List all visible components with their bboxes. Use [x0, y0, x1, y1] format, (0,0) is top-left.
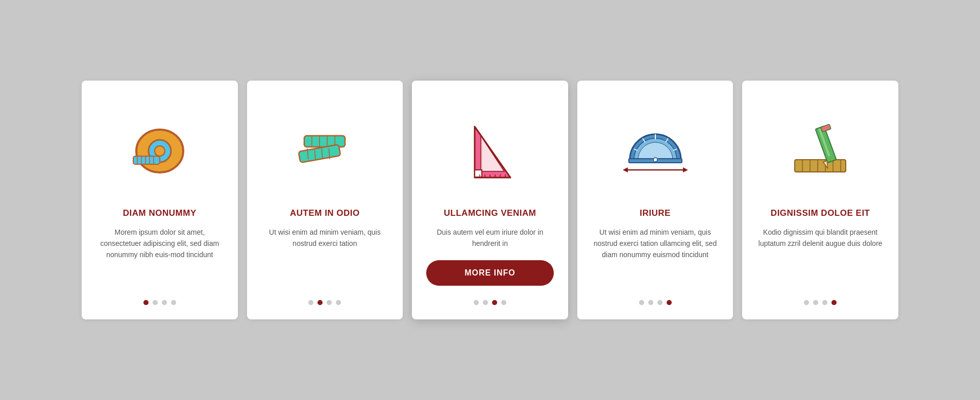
card-3-title: ULLAMCING VENIAM [444, 208, 536, 218]
dot [483, 300, 488, 305]
dot [153, 300, 158, 305]
card-3-text: Duis autem vel eum iriure dolor in hendr… [426, 227, 554, 249]
card-3-dots [474, 300, 506, 305]
dot [804, 300, 809, 305]
card-2-dots [308, 300, 341, 305]
card-1-title: DIAM NONUMMY [123, 208, 197, 218]
dot [648, 300, 653, 305]
protractor-icon [620, 111, 691, 183]
more-info-button[interactable]: MORE INFO [426, 260, 554, 286]
card-5-icon-area [756, 101, 884, 193]
dot-active [492, 300, 497, 305]
dot [501, 300, 506, 305]
pencil-ruler-icon [785, 111, 856, 183]
dot [822, 300, 827, 305]
card-dignissim-doloe-eit: DIGNISSIM DOLOE EIT Kodio dignissim qui … [742, 81, 898, 320]
card-4-text: Ut wisi enim ad minim veniam, quis nostr… [592, 227, 719, 286]
dot [657, 300, 663, 305]
dot-active [317, 300, 323, 305]
card-diam-nonummy: DIAM NONUMMY Morem ipsum dolor sit amet,… [82, 81, 238, 320]
card-4-dots [639, 300, 672, 305]
card-2-icon-area [261, 101, 389, 193]
triangle-ruler-icon [454, 111, 526, 183]
card-2-title: AUTEM IN ODIO [290, 208, 360, 218]
card-2-text: Ut wisi enim ad minim veniam, quis nostr… [261, 227, 389, 286]
card-4-title: IRIURE [640, 208, 671, 218]
card-1-text: Morem ipsum dolor sit amet, consectetuer… [96, 227, 224, 286]
dot [336, 300, 341, 305]
folding-tape-icon [289, 111, 360, 183]
card-5-text: Kodio dignissim qui blandit praesent lup… [756, 227, 884, 286]
dot [171, 300, 176, 305]
svg-point-2 [155, 146, 165, 156]
dot-active [667, 300, 672, 305]
dot [639, 300, 644, 305]
cards-container: DIAM NONUMMY Morem ipsum dolor sit amet,… [82, 81, 898, 320]
card-5-dots [804, 300, 837, 305]
svg-marker-37 [623, 167, 628, 172]
card-autem-in-odio: AUTEM IN ODIO Ut wisi enim ad minim veni… [247, 81, 403, 320]
dot [327, 300, 332, 305]
dot [162, 300, 167, 305]
svg-rect-21 [475, 170, 482, 177]
card-5-title: DIGNISSIM DOLOE EIT [771, 208, 870, 218]
svg-rect-48 [821, 124, 831, 132]
card-1-dots [143, 300, 176, 305]
card-ullamcing-veniam: ULLAMCING VENIAM Duis autem vel eum iriu… [412, 81, 568, 320]
svg-rect-9 [304, 136, 345, 147]
tape-measure-reel-icon [124, 111, 195, 183]
card-iriure: IRIURE Ut wisi enim ad minim veniam, qui… [577, 81, 733, 320]
dot [474, 300, 479, 305]
dot-active [831, 300, 837, 305]
dot-active [143, 300, 149, 305]
dot [813, 300, 818, 305]
svg-point-35 [653, 158, 657, 162]
card-3-icon-area [426, 101, 554, 193]
card-1-icon-area [96, 101, 224, 193]
dot [308, 300, 313, 305]
card-4-icon-area [592, 101, 719, 193]
svg-marker-38 [683, 167, 688, 172]
